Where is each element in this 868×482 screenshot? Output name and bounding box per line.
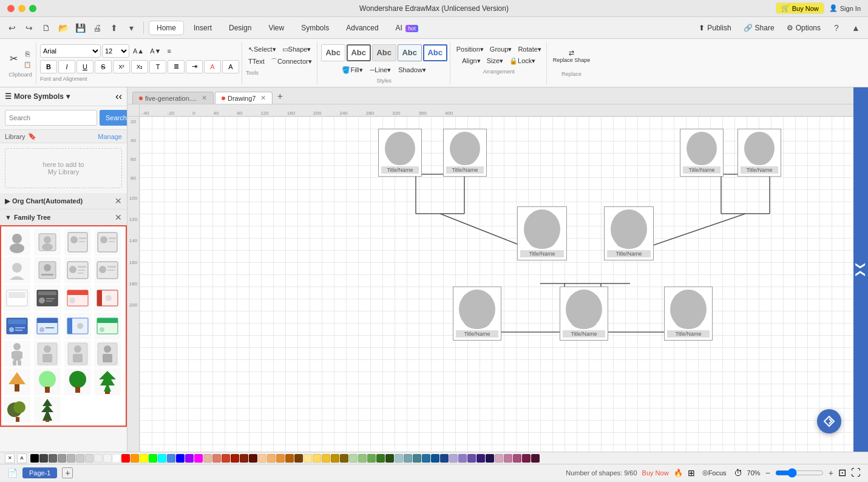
color-swatch[interactable] [513,454,521,463]
color-swatch[interactable] [240,454,248,463]
color-swatch[interactable] [322,454,330,463]
org-chart-close[interactable]: ✕ [115,196,122,206]
color-swatch[interactable] [522,454,531,463]
shape-button[interactable]: ▭ Shape ▾ [280,44,314,55]
color-swatch[interactable] [231,454,239,463]
color-swatch[interactable] [285,454,294,463]
color-swatch[interactable] [30,454,39,463]
color-swatch[interactable] [203,454,212,463]
color-swatch[interactable] [440,454,449,463]
right-panel-toggle[interactable]: ❯❮ [853,87,868,452]
color-swatch[interactable] [167,454,175,463]
zoom-out-button[interactable]: − [765,468,770,478]
tab-symbols[interactable]: Symbols [294,21,336,35]
symbol-silhouette-1[interactable] [4,341,30,367]
superscript-button[interactable]: X² [113,60,130,73]
style-sample-4[interactable]: Abc [398,44,422,61]
save-button[interactable]: 💾 [73,21,87,35]
tab-close-2[interactable]: ✕ [260,94,266,102]
color-swatch[interactable] [222,454,230,463]
color-swatch[interactable] [267,454,276,463]
line-button[interactable]: ─ Line▾ [368,65,394,75]
color-swatch[interactable] [385,454,394,463]
style-sample-1[interactable]: Abc [321,44,345,61]
color-swatch[interactable] [112,454,121,463]
color-swatch[interactable] [495,454,503,463]
increase-font-button[interactable]: A▲ [131,46,146,56]
color-swatch[interactable] [358,454,367,463]
family-tree-close[interactable]: ✕ [115,212,122,222]
ft-node-8[interactable]: Title/Name [560,287,608,341]
tab-five-generation[interactable]: five-generation.... ✕ [132,92,214,104]
color-swatch[interactable] [276,454,285,463]
no-color-button[interactable]: ✕ [5,453,15,463]
color-swatch[interactable] [194,454,203,463]
symbol-tree-4[interactable] [94,368,121,395]
position-button[interactable]: Position▾ [454,44,486,55]
style-sample-5[interactable]: Abc [423,44,447,61]
tab-insert[interactable]: Insert [186,21,219,35]
color-swatch[interactable] [467,454,476,463]
options-button[interactable]: ⚙ Options [783,22,824,34]
tab-advanced[interactable]: Advanced [339,21,385,35]
symbol-card-red-2[interactable] [94,285,121,311]
dropdown-button[interactable]: ▾ [124,21,138,35]
cut-button[interactable]: ✂ [7,49,20,69]
symbol-tree-3[interactable] [64,368,91,395]
color-swatch[interactable] [340,454,348,463]
symbol-card-dark-1[interactable] [34,285,61,311]
buy-now-bottom-button[interactable]: Buy Now [642,469,669,477]
text-button[interactable]: T Text [246,56,267,66]
help-button[interactable]: ? [829,21,844,35]
color-swatch[interactable] [395,454,403,463]
export-button[interactable]: ⬆ [107,21,121,35]
sign-in-button[interactable]: 👤 Sign In [829,4,861,12]
color-swatch[interactable] [422,454,430,463]
search-input[interactable] [5,110,97,126]
zoom-in-button[interactable]: + [829,468,833,478]
color-swatch[interactable] [149,454,157,463]
ft-node-4[interactable]: Title/Name [737,129,781,177]
color-swatch[interactable] [76,454,84,463]
open-button[interactable]: 📂 [56,21,70,35]
color-swatch[interactable] [313,454,321,463]
symbol-person-4[interactable] [94,229,121,256]
indent-button[interactable]: ⇥ [186,60,203,73]
strikethrough-button[interactable]: S [95,60,112,73]
clock-button[interactable]: ⏱ [734,468,742,478]
color-swatch[interactable] [431,454,439,463]
color-swatch[interactable] [531,454,540,463]
color-swatch[interactable] [413,454,421,463]
color-swatch[interactable] [349,454,358,463]
symbol-card-white-1[interactable] [4,285,30,311]
shadow-button[interactable]: Shadow▾ [396,65,429,75]
symbol-person-1[interactable] [4,229,30,256]
color-swatch[interactable] [103,454,112,463]
symbol-silhouette-4[interactable] [94,341,121,367]
select-button[interactable]: ↖ Select ▾ [246,44,279,55]
ft-node-7[interactable]: Title/Name [453,287,501,341]
italic-button[interactable]: I [58,60,75,73]
color-swatch[interactable] [376,454,385,463]
color-swatch[interactable] [458,454,467,463]
focus-button[interactable]: ◎ Focus [700,467,729,478]
tab-drawing7[interactable]: Drawing7 ✕ [215,92,273,104]
family-tree-header[interactable]: ▼ Family Tree ✕ [0,209,127,225]
tab-home[interactable]: Home [149,21,184,35]
color-swatch[interactable] [249,454,257,463]
color-swatch[interactable] [303,454,312,463]
add-tab-button[interactable]: + [274,90,286,103]
color-swatch[interactable] [404,454,412,463]
subscript-button[interactable]: X₂ [131,60,148,73]
ft-node-2[interactable]: Title/Name [443,129,487,177]
fab-button[interactable] [817,409,841,433]
color-swatch[interactable] [49,454,57,463]
symbol-silhouette-2[interactable] [34,341,61,367]
ft-node-6[interactable]: Title/Name [604,206,654,260]
color-swatch[interactable] [185,454,194,463]
paste-button[interactable]: 📋 [21,60,33,69]
new-button[interactable]: 🗋 [39,21,53,35]
search-button[interactable]: Search [100,110,127,126]
symbol-person-2[interactable] [34,229,61,256]
symbol-card-blue-2[interactable] [34,313,61,339]
